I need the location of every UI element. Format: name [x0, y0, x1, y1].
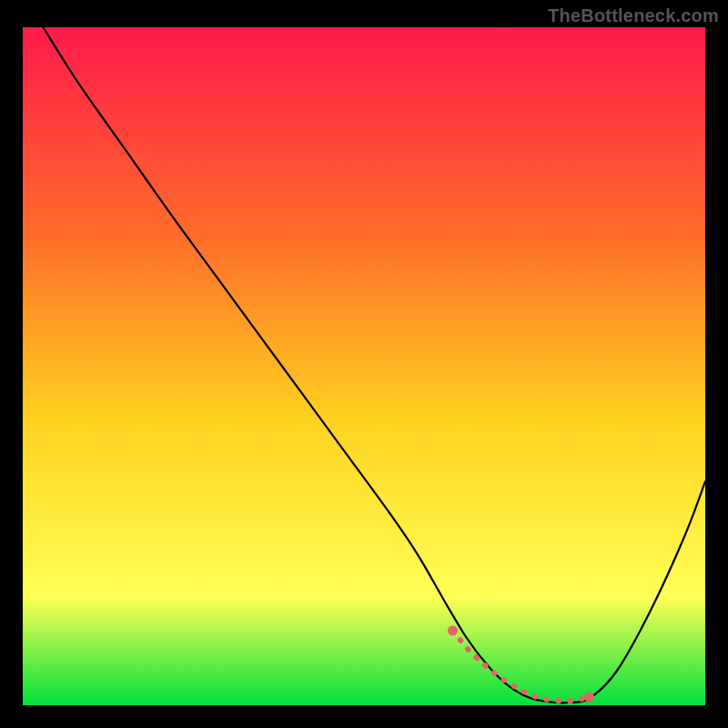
chart-stage: TheBottleneck.com [0, 0, 728, 728]
watermark-text: TheBottleneck.com [548, 5, 719, 26]
bottleneck-plot [23, 27, 705, 705]
gradient-background [23, 27, 705, 705]
optimal-range-endpoint [448, 626, 458, 636]
chart-svg [23, 27, 705, 705]
optimal-range-endpoint [584, 693, 594, 703]
